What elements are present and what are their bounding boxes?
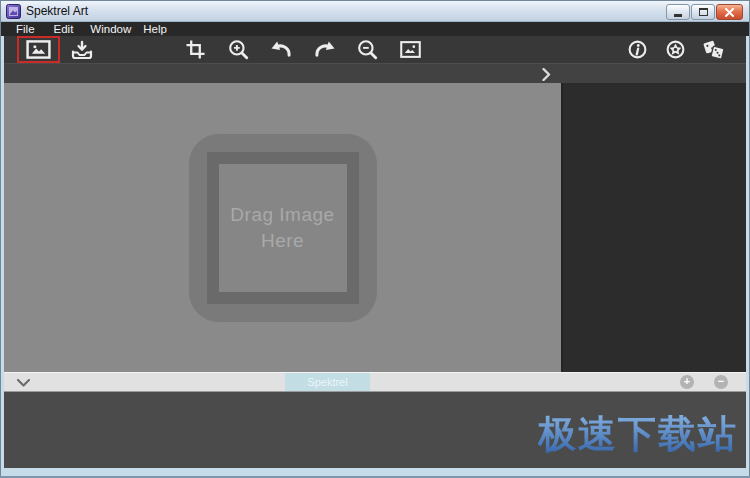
redo-icon [314,40,335,59]
title-bar[interactable]: Spektrel Art [1,1,749,22]
right-panel [561,83,746,372]
close-button[interactable] [716,4,743,20]
crop-icon [186,40,205,59]
open-image-icon [26,40,51,59]
preview-image-icon [400,41,421,58]
add-effect-button[interactable]: + [680,375,694,389]
import-image-button[interactable] [60,36,103,63]
maximize-icon [699,8,708,16]
minimize-icon [674,14,682,17]
info-icon [628,40,647,59]
preview-image-button[interactable] [389,36,432,63]
redo-button[interactable] [303,36,346,63]
info-button[interactable] [618,36,656,63]
zoom-out-button[interactable] [346,36,389,63]
minimize-button[interactable] [666,4,690,20]
import-image-icon [71,40,93,60]
app-window: Spektrel Art File Edit Window Help [0,0,750,478]
watermark-text: 极速下载站 [538,409,738,460]
chevron-right-icon [542,68,551,81]
zoom-in-button[interactable] [217,36,260,63]
app-logo-icon [6,4,21,19]
undo-button[interactable] [260,36,303,63]
effects-bar: Spektrel + − [4,372,746,392]
expand-panel-button[interactable] [542,68,551,81]
drop-zone-frame: Drag Image Here [207,152,359,304]
panel-toggle-strip [4,63,746,83]
maximize-button[interactable] [691,4,715,20]
canvas-area[interactable]: Drag Image Here [4,83,561,372]
menu-edit[interactable]: Edit [54,22,74,36]
menu-bar: File Edit Window Help [1,22,749,36]
tab-spektrel[interactable]: Spektrel [285,373,370,391]
randomize-dice-icon [701,39,726,60]
randomize-button[interactable] [694,36,732,63]
menu-help[interactable]: Help [143,22,167,36]
zoom-out-icon [357,39,378,60]
settings-button[interactable] [656,36,694,63]
menu-file[interactable]: File [16,22,35,36]
crop-button[interactable] [174,36,217,63]
effects-tray: 极速下载站 [4,392,746,468]
menu-window[interactable]: Window [90,22,131,36]
collapse-effects-button[interactable] [17,379,30,387]
drop-zone[interactable]: Drag Image Here [189,134,377,322]
zoom-in-icon [228,39,249,60]
close-icon [725,8,734,17]
toolbar [4,36,746,63]
window-title: Spektrel Art [26,1,88,22]
settings-icon [666,40,685,59]
drop-zone-label: Drag Image Here [222,202,344,253]
window-controls [666,4,743,20]
undo-icon [271,40,292,59]
remove-effect-button[interactable]: − [714,375,728,389]
chevron-down-icon [17,379,30,387]
open-image-button[interactable] [17,36,60,63]
